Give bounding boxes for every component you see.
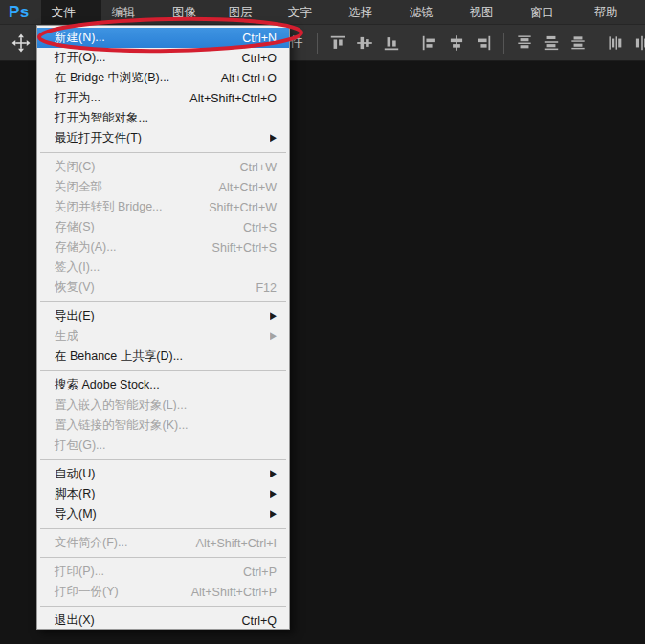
menubar-item[interactable]: 视图(V) (458, 0, 519, 24)
menu-item[interactable]: 脚本(R)▶ (37, 484, 289, 504)
menu-item: 置入链接的智能对象(K)... (37, 415, 289, 435)
menu-item-label: 关闭全部 (55, 179, 102, 195)
menu-item-label: 搜索 Adobe Stock... (55, 377, 160, 393)
menu-item: 签入(I)... (37, 257, 289, 278)
menu-item-shortcut: Alt+Ctrl+W (219, 181, 277, 194)
menu-item: 生成▶ (37, 326, 289, 346)
menu-item-shortcut: Shift+Ctrl+S (212, 241, 277, 255)
menu-separator (40, 606, 286, 607)
align-v-center-icon[interactable] (354, 33, 375, 54)
distribute-left-icon[interactable] (606, 33, 627, 54)
menu-item-label: 签入(I)... (55, 259, 100, 276)
align-left-icon[interactable] (419, 33, 440, 54)
menu-item-shortcut: Ctrl+N (242, 32, 277, 45)
menu-item-label: 文件简介(F)... (55, 535, 127, 551)
menu-item-label: 导入(M) (55, 506, 97, 522)
menu-separator (40, 370, 286, 371)
menu-item: 打包(G)... (37, 435, 289, 455)
move-tool-icon[interactable] (4, 27, 38, 59)
menu-item[interactable]: 打开为智能对象... (37, 108, 289, 128)
distribute-top-icon[interactable] (514, 33, 535, 54)
menubar-item[interactable]: 编辑(E) (101, 0, 162, 24)
menu-item-label: 在 Behance 上共享(D)... (55, 348, 183, 365)
options-partial-label: 件 (290, 33, 303, 51)
file-menu-dropdown: 新建(N)...Ctrl+N打开(O)...Ctrl+O在 Bridge 中浏览… (36, 25, 290, 630)
align-bottom-icon[interactable] (381, 33, 402, 54)
menu-item[interactable]: 新建(N)...Ctrl+N (37, 28, 289, 48)
menubar-item[interactable]: 图像(I) (162, 0, 218, 24)
submenu-arrow-icon: ▶ (270, 331, 277, 341)
alignment-icons-row (310, 25, 645, 61)
menubar-item[interactable]: 图层(L) (218, 0, 278, 24)
menu-bar: Ps 文件(F)编辑(E)图像(I)图层(L)文字(Y)选择(S)滤镜(T)视图… (0, 0, 645, 25)
menu-separator (40, 528, 286, 529)
menubar-item[interactable]: 选择(S) (338, 0, 398, 24)
menu-item-label: 存储(S) (55, 219, 95, 235)
distribute-h-center-icon[interactable] (633, 33, 645, 54)
menu-separator (40, 301, 286, 302)
menu-item[interactable]: 导出(E)▶ (37, 306, 289, 326)
menu-item[interactable]: 导入(M)▶ (37, 504, 289, 524)
menu-item[interactable]: 最近打开文件(T)▶ (37, 128, 289, 148)
menu-item-shortcut: Alt+Shift+Ctrl+I (196, 537, 277, 550)
menu-item: 打印一份(Y)Alt+Shift+Ctrl+P (37, 582, 289, 602)
menubar-item[interactable]: 帮助(H) (584, 0, 645, 24)
menu-item: 关闭(C)Ctrl+W (37, 157, 289, 177)
menu-item-label: 打开为... (55, 90, 100, 106)
align-h-center-icon[interactable] (446, 33, 467, 54)
menu-item-label: 脚本(R) (55, 486, 95, 502)
distribute-bottom-icon[interactable] (567, 33, 589, 54)
menu-item-label: 最近打开文件(T) (55, 130, 142, 146)
menubar-item[interactable]: 窗口(W) (520, 0, 584, 24)
menu-item-label: 打开(O)... (55, 50, 105, 66)
menu-item: 文件简介(F)...Alt+Shift+Ctrl+I (37, 533, 289, 553)
options-separator (317, 33, 318, 54)
menu-item-label: 置入嵌入的智能对象(L)... (55, 397, 187, 413)
menu-item-label: 新建(N)... (55, 30, 105, 46)
menu-item: 关闭并转到 Bridge...Shift+Ctrl+W (37, 197, 289, 217)
menubar-item[interactable]: 文字(Y) (278, 0, 338, 24)
menu-item-label: 置入链接的智能对象(K)... (55, 417, 189, 433)
menu-item[interactable]: 在 Bridge 中浏览(B)...Alt+Ctrl+O (37, 68, 289, 88)
menu-item[interactable]: 在 Behance 上共享(D)... (37, 346, 289, 366)
menu-item-label: 打印一份(Y) (55, 584, 119, 600)
menu-item-label: 在 Bridge 中浏览(B)... (55, 70, 169, 86)
menu-item-label: 关闭并转到 Bridge... (55, 199, 163, 215)
submenu-arrow-icon: ▶ (270, 489, 277, 499)
menu-item[interactable]: 自动(U)▶ (37, 464, 289, 484)
menu-separator (40, 152, 286, 153)
menu-separator (40, 557, 286, 558)
align-right-icon[interactable] (473, 33, 494, 54)
menu-item-label: 恢复(V) (55, 279, 95, 296)
menu-item-shortcut: Ctrl+S (243, 221, 277, 234)
menu-item-label: 打开为智能对象... (55, 110, 148, 126)
options-separator (503, 33, 504, 54)
menu-item[interactable]: 打开(O)...Ctrl+O (37, 48, 289, 68)
menubar-item[interactable]: 文件(F) (41, 0, 101, 24)
menu-item-label: 打包(G)... (55, 437, 105, 454)
menu-item-shortcut: Ctrl+Q (242, 614, 277, 628)
photoshop-window: Ps 文件(F)编辑(E)图像(I)图层(L)文字(Y)选择(S)滤镜(T)视图… (0, 0, 645, 644)
menu-item-shortcut: Alt+Ctrl+O (221, 72, 277, 85)
menu-item-label: 自动(U) (55, 466, 95, 482)
menu-item-label: 导出(E) (55, 308, 95, 324)
menu-item-shortcut: Ctrl+P (243, 566, 277, 579)
menu-item: 存储(S)Ctrl+S (37, 217, 289, 237)
menubar-item[interactable]: 滤镜(T) (399, 0, 459, 24)
menu-item: 恢复(V)F12 (37, 278, 289, 298)
distribute-v-center-icon[interactable] (541, 33, 562, 54)
menu-item-label: 退出(X) (55, 612, 95, 629)
menu-item[interactable]: 退出(X)Ctrl+Q (37, 611, 289, 631)
menu-item[interactable]: 打开为...Alt+Shift+Ctrl+O (37, 88, 289, 108)
menu-separator (40, 459, 286, 460)
menu-item-shortcut: Alt+Shift+Ctrl+P (191, 586, 277, 599)
menu-item[interactable]: 搜索 Adobe Stock... (37, 375, 289, 395)
menu-item: 存储为(A)...Shift+Ctrl+S (37, 237, 289, 257)
menu-item: 打印(P)...Ctrl+P (37, 562, 289, 582)
align-top-icon[interactable] (327, 33, 348, 54)
menu-item-shortcut: Alt+Shift+Ctrl+O (189, 92, 277, 105)
submenu-arrow-icon: ▶ (270, 509, 277, 519)
menu-item-shortcut: Shift+Ctrl+W (209, 201, 277, 214)
menu-item-shortcut: F12 (256, 281, 277, 295)
menu-item-label: 打印(P)... (55, 564, 104, 580)
